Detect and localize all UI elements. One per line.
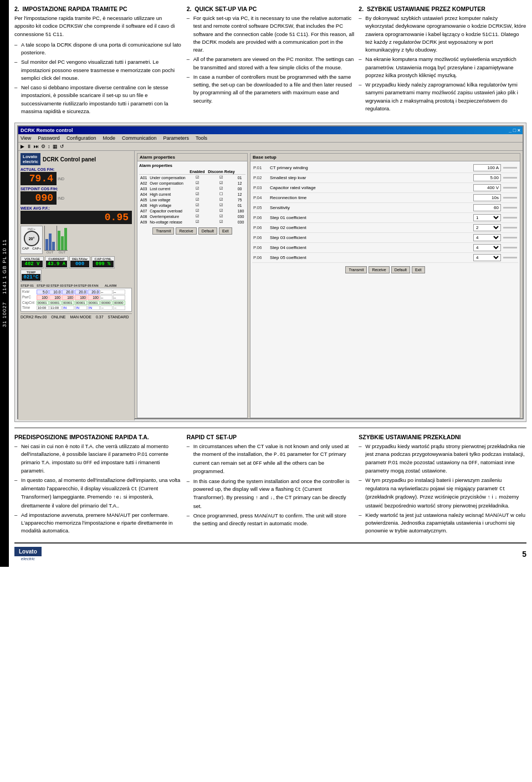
p05-input[interactable] — [473, 204, 501, 211]
actual-unit: IND — [58, 177, 64, 181]
p06-04-select[interactable]: 4 — [473, 244, 501, 251]
p06-05-select[interactable]: 4 — [473, 254, 501, 261]
kvar-label: Kvar — [22, 290, 36, 294]
col1-header: 2. IMPOSTAZIONE RAPIDA TRAMITE PC — [14, 6, 182, 12]
capcnt-row: CapCnt 00001 00001 00001 00001 00001 000… — [22, 301, 130, 305]
bottom-col3-list: W przypadku kiedy wartość prądu strony p… — [359, 443, 526, 535]
p06-04-code: P.06 — [253, 245, 270, 250]
a01-enabled[interactable]: ☑ — [188, 175, 207, 181]
p01-input[interactable] — [473, 164, 501, 171]
base-receive-btn[interactable]: Receive — [369, 266, 389, 273]
a08-relay[interactable]: ☑ — [206, 214, 236, 219]
alarm-receive-btn[interactable]: Receive — [176, 227, 196, 235]
base-exit-btn[interactable]: Exit — [412, 266, 425, 273]
p02-input[interactable] — [473, 174, 501, 181]
alarm-default-btn[interactable]: Default — [198, 227, 217, 235]
toolbar-arrows[interactable]: ↕ — [48, 144, 50, 149]
capcnt-label: CapCnt — [22, 301, 36, 305]
p04-name: Reconnection time — [270, 195, 473, 200]
a07-relay[interactable]: ☑ — [206, 208, 236, 214]
p01-slider[interactable] — [503, 167, 517, 169]
cap-label: CAP GYNL — [93, 257, 114, 261]
menu-configuration[interactable]: Configuration — [66, 135, 96, 141]
toolbar-refresh[interactable]: ↺ — [60, 144, 64, 149]
setpoint-label: SETPOINT COS F/H: — [21, 187, 132, 191]
dcrk-window: DCRK Remote control _ □ × View Password … — [17, 125, 524, 419]
p04-input[interactable] — [473, 194, 501, 201]
a08-enabled[interactable]: ☑ — [188, 214, 207, 219]
menu-mode[interactable]: Mode — [103, 135, 115, 141]
p06-01-select[interactable]: 1 — [473, 214, 501, 221]
time-5: IN — [88, 306, 100, 310]
a09-relay[interactable]: ☑ — [206, 219, 236, 225]
meter-current: CURRENT 43.9 A — [45, 256, 68, 268]
a04-relay[interactable]: ☐ — [206, 191, 236, 197]
meters-row: VOLTAGE 402 V CURRENT 43.9 A DELTAVar 00… — [21, 256, 132, 282]
p05-slider[interactable] — [503, 207, 517, 209]
toolbar-pause[interactable]: ⏸ — [27, 144, 32, 149]
base-transmit-btn[interactable]: Transmit — [345, 266, 367, 273]
a02-val: 12 — [237, 180, 245, 186]
p06-02-select[interactable]: 2 — [473, 224, 501, 231]
col3-number: 2. — [359, 6, 364, 12]
a03-relay[interactable]: ☑ — [206, 186, 236, 191]
a04-enabled[interactable]: ☑ — [188, 191, 207, 197]
param-p03: P.03 Capacitor rated voltage — [252, 183, 518, 193]
menu-view[interactable]: View — [21, 135, 31, 141]
col1-item-3: Nel caso si debbano impostare diverse ce… — [14, 84, 182, 115]
actual-display: 79.4 IND — [21, 172, 132, 185]
a03-name: Lost current — [149, 186, 188, 191]
a02-enabled[interactable]: ☑ — [188, 180, 207, 186]
a07-enabled[interactable]: ☑ — [188, 208, 207, 214]
alarm-row-a09: A09 No-voltage release ☑ ☑ 030 — [139, 219, 245, 225]
a03-enabled[interactable]: ☑ — [188, 186, 207, 191]
toolbar-play[interactable]: ▶ — [21, 144, 24, 149]
alarm-table: Enabled Disconn Relay A01 — [139, 169, 245, 225]
code-off-en: OFF — [253, 461, 262, 466]
a06-enabled[interactable]: ☑ — [188, 202, 207, 208]
bottom-col2-header: RAPID CT SET-UP — [187, 434, 355, 440]
dcrk-right-panel: Alarm properties Alarm properties — [135, 151, 523, 420]
p03-slider[interactable] — [503, 187, 517, 189]
param-p06-01: P.06 Step 01 coefficient 1 — [252, 213, 518, 223]
menu-tools[interactable]: Tools — [196, 135, 207, 141]
toolbar-skip[interactable]: ⏭ — [34, 144, 39, 149]
a05-enabled[interactable]: ☑ — [188, 197, 207, 202]
a01-relay[interactable]: ☑ — [206, 175, 236, 181]
a05-relay[interactable]: ☑ — [206, 197, 236, 202]
voltage-value: 402 V — [22, 261, 43, 267]
bottom-col3-polish: SZYBKIE USTAWIANIE PRZEKŁADNI W przypadk… — [359, 434, 526, 537]
time-alm: -- — [113, 306, 125, 310]
a06-relay[interactable]: ☑ — [206, 202, 236, 208]
col2-item-3: In case a number of controllers must be … — [187, 73, 355, 105]
kvar-5: 20.0 — [88, 290, 100, 294]
base-default-btn[interactable]: Default — [391, 266, 410, 273]
p04-slider[interactable] — [503, 197, 517, 199]
a09-enabled[interactable]: ☑ — [188, 219, 207, 225]
capcnt-4: 00001 — [75, 301, 87, 305]
a09-name: No-voltage release — [149, 219, 188, 225]
toolbar-settings[interactable]: ⚙ — [41, 144, 45, 149]
alarm-exit-btn[interactable]: Exit — [219, 227, 232, 235]
alarm-transmit-btn[interactable]: Transmit — [152, 227, 174, 235]
menu-parameters[interactable]: Parameters — [163, 135, 189, 141]
chart2-label: OUT — [57, 251, 68, 254]
col1-item-2: Sul monitor del PC vengono visualizzati … — [14, 58, 182, 82]
menu-communication[interactable]: Communication — [122, 135, 157, 141]
a09-code: A09 — [139, 219, 149, 225]
a01-val: 01 — [237, 175, 245, 181]
code-off-1: OFF — [83, 460, 92, 466]
p06-03-select[interactable]: 4 — [473, 234, 501, 241]
a02-relay[interactable]: ☑ — [206, 180, 236, 186]
pwrc-fan: -- — [100, 295, 112, 300]
dial-value: 20° — [24, 231, 39, 246]
meter-voltage: VOLTAGE 402 V — [21, 256, 44, 268]
p03-input[interactable] — [473, 184, 501, 191]
pwrc-1: 100 — [37, 295, 49, 300]
p02-slider[interactable] — [503, 177, 517, 179]
steps-grid: Kvar 5.0 10.0 20.0 20.0 20.0 -- -- — [21, 288, 132, 312]
menu-password[interactable]: Password — [38, 135, 60, 141]
bottom-col1-title: PREDISPOSIZIONE IMPOSTAZIONE RAPIDA T.A. — [14, 434, 149, 440]
chart2-bars — [57, 226, 68, 251]
toolbar-grid[interactable]: ▦ — [53, 144, 58, 149]
